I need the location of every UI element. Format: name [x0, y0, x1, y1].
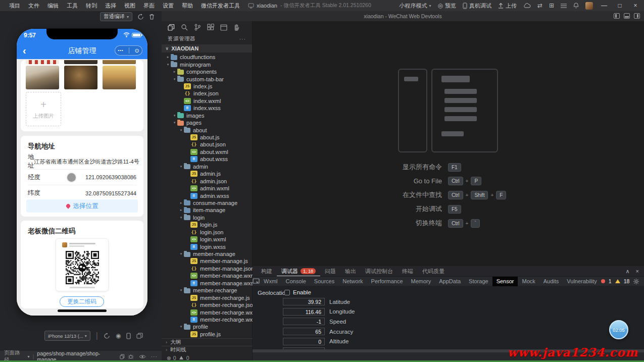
- shop-photo[interactable]: [64, 66, 97, 89]
- tree-item-index.wxss[interactable]: ≡index.wxss: [162, 105, 253, 112]
- tree-item-components[interactable]: ▸components: [162, 68, 253, 75]
- tree-item-admin.wxml[interactable]: <>admin.wxml: [162, 185, 253, 192]
- tree-item-login[interactable]: ▾login: [162, 214, 253, 221]
- tree-item-admin.js[interactable]: JSadmin.js: [162, 170, 253, 177]
- tree-item-about[interactable]: ▾about: [162, 126, 253, 133]
- hamburger-icon[interactable]: [561, 4, 567, 8]
- extensions-icon[interactable]: [207, 24, 214, 31]
- choose-location-button[interactable]: 选择位置: [26, 199, 138, 213]
- tree-item-admin.json[interactable]: {}admin.json: [162, 177, 253, 184]
- close-button[interactable]: ×: [631, 2, 640, 9]
- panel-tab-代码质量[interactable]: 代码质量: [418, 266, 449, 276]
- sensor-input[interactable]: -1: [283, 318, 325, 325]
- tree-item-profile[interactable]: ▾profile: [162, 323, 253, 330]
- devtools-tab-vulnerability[interactable]: Vulnerability: [563, 277, 601, 286]
- timeline-section[interactable]: ›时间线: [162, 346, 253, 353]
- panel-tab-调试控制台[interactable]: 调试控制台: [361, 266, 398, 276]
- menu-文件[interactable]: 文件: [24, 0, 43, 11]
- settings-gear-icon[interactable]: [633, 278, 639, 285]
- shop-photo-partial[interactable]: [64, 60, 97, 64]
- inspect-icon[interactable]: [253, 278, 260, 285]
- form-row-地址[interactable]: 地址江苏省南通市通州区金沙街道吉沙路11-4号: [28, 154, 136, 170]
- hand-icon[interactable]: [233, 24, 240, 31]
- eye-icon[interactable]: [139, 354, 146, 359]
- explorer-more-icon[interactable]: ···: [239, 36, 246, 42]
- menu-项目[interactable]: 项目: [5, 0, 24, 11]
- record-icon[interactable]: ◉: [116, 332, 121, 339]
- rotate-icon[interactable]: [104, 333, 110, 339]
- capsule-menu[interactable]: ••• ⊙: [115, 45, 142, 56]
- collapse-panel-icon[interactable]: ∧: [626, 268, 630, 275]
- device-debug-button[interactable]: 真机调试: [463, 2, 491, 10]
- toggle-left-panel-icon[interactable]: [614, 13, 620, 19]
- menu-选择[interactable]: 选择: [101, 0, 120, 11]
- tree-item-index.js[interactable]: JSindex.js: [162, 83, 253, 90]
- tree-item-admin[interactable]: ▾admin: [162, 163, 253, 170]
- tree-item-about.wxml[interactable]: <>about.wxml: [162, 148, 253, 156]
- tree-item-index.wxml[interactable]: <>index.wxml: [162, 97, 253, 105]
- tree-item-login.json[interactable]: {}login.json: [162, 229, 253, 236]
- device-model-dropdown[interactable]: iPhone 12/13 (...▾: [44, 331, 90, 341]
- shop-photo[interactable]: [26, 66, 59, 89]
- tree-item-about.js[interactable]: JSabout.js: [162, 134, 253, 141]
- menu-微信开发者工具[interactable]: 微信开发者工具: [197, 0, 244, 11]
- menu-视图[interactable]: 视图: [120, 0, 139, 11]
- clear-cache-icon[interactable]: [149, 14, 155, 20]
- compile-mode-dropdown[interactable]: 普通编译▾: [100, 12, 132, 21]
- devtools-tab-wxml[interactable]: Wxml: [260, 277, 282, 286]
- shop-photo-partial[interactable]: [103, 60, 136, 64]
- layout-grid-icon[interactable]: ⊞: [549, 3, 554, 9]
- tree-item-member-manage.wxml[interactable]: <>member-manage.wxml: [162, 272, 253, 279]
- tree-item-member-recharge.wxss[interactable]: ≡member-recharge.wxss: [162, 316, 253, 323]
- project-root[interactable]: ∨ XIAODIAN: [162, 44, 252, 53]
- menu-转到[interactable]: 转到: [82, 0, 101, 11]
- devtools-tab-storage[interactable]: Storage: [465, 277, 492, 286]
- panel-tab-终端[interactable]: 终端: [398, 266, 418, 276]
- tree-item-cloudfunctions[interactable]: ▸cloudfunctions: [162, 54, 253, 61]
- tree-item-profile.js[interactable]: JSprofile.js: [162, 331, 253, 337]
- tree-item-index.json[interactable]: {}index.json: [162, 90, 253, 97]
- more-icon[interactable]: •••: [118, 48, 123, 53]
- upload-image-tile[interactable]: + 上传图片: [26, 92, 61, 126]
- copy-icon[interactable]: [120, 354, 125, 359]
- menu-界面[interactable]: 界面: [139, 0, 159, 11]
- swap-icon[interactable]: ⇄: [537, 3, 542, 9]
- maximize-button[interactable]: □: [615, 2, 624, 9]
- shop-photo-partial[interactable]: [26, 60, 59, 64]
- change-qr-button[interactable]: 更换二维码: [60, 296, 104, 307]
- preview-button[interactable]: ◎预览: [437, 2, 456, 10]
- tree-item-member-manage.wxss[interactable]: ≡member-manage.wxss: [162, 280, 253, 287]
- tree-item-member-recharge.wxml[interactable]: <>member-recharge.wxml: [162, 308, 253, 316]
- tree-item-pages[interactable]: ▾pages: [162, 119, 253, 126]
- devtools-tab-performance[interactable]: Performance: [367, 277, 407, 286]
- tree-item-member-recharge[interactable]: ▾member-recharge: [162, 287, 253, 294]
- user-avatar[interactable]: [585, 2, 593, 10]
- devtools-tab-mock[interactable]: Mock: [518, 277, 539, 286]
- devtools-tab-console[interactable]: Console: [282, 277, 310, 286]
- tree-item-member-recharge.js[interactable]: JSmember-recharge.js: [162, 294, 253, 301]
- tree-item-login.js[interactable]: JSlogin.js: [162, 221, 253, 228]
- devtools-tab-appdata[interactable]: AppData: [435, 277, 465, 286]
- tree-item-member-manage[interactable]: ▾member-manage: [162, 250, 253, 257]
- close-panel-icon[interactable]: ×: [636, 268, 639, 275]
- enable-checkbox[interactable]: [284, 290, 290, 295]
- panel-tab-调试器[interactable]: 调试器1, 18: [277, 266, 320, 276]
- tree-item-member-recharge.json[interactable]: {}member-recharge.json: [162, 301, 253, 308]
- form-row-经度[interactable]: 经度121.0920639038086: [28, 170, 136, 185]
- tree-item-consume-manage[interactable]: ▸consume-manage: [162, 199, 253, 206]
- more-actions-icon[interactable]: ···: [151, 353, 158, 359]
- tree-item-about.wxss[interactable]: ≡about.wxss: [162, 156, 253, 163]
- tree-item-miniprogram[interactable]: ▾miniprogram: [162, 61, 253, 68]
- minimize-button[interactable]: —: [600, 2, 609, 9]
- toggle-bottom-panel-icon[interactable]: [624, 13, 630, 19]
- shop-photo[interactable]: [103, 66, 136, 89]
- bell-icon[interactable]: [573, 3, 579, 9]
- multi-window-icon[interactable]: [136, 333, 143, 339]
- cloud-icon[interactable]: [523, 3, 531, 8]
- toggle-right-panel-icon[interactable]: [634, 13, 640, 19]
- menu-设置[interactable]: 设置: [159, 0, 178, 11]
- tree-item-login.wxss[interactable]: ≡login.wxss: [162, 243, 253, 250]
- panel-tab-问题[interactable]: 问题: [320, 266, 340, 276]
- tree-item-login.wxml[interactable]: <>login.wxml: [162, 236, 253, 243]
- tree-item-item-manage[interactable]: ▸item-manage: [162, 206, 253, 214]
